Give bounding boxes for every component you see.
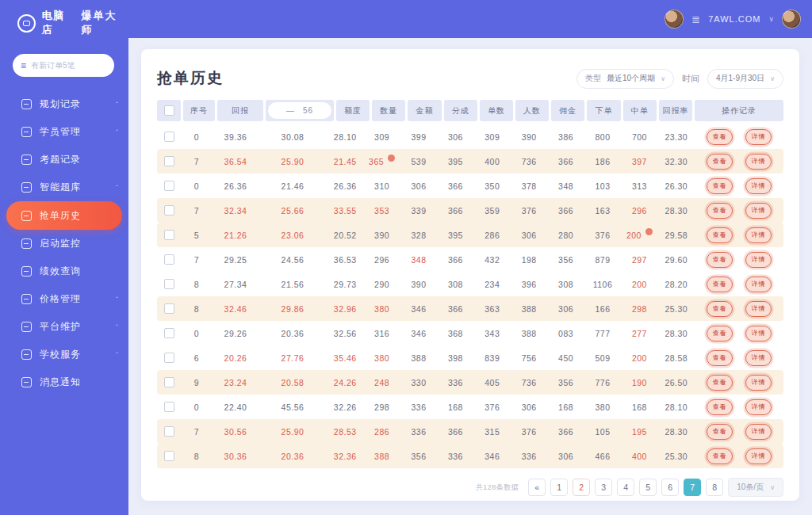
view-badge-button[interactable]: 查看 xyxy=(707,154,733,170)
view-badge-button[interactable]: 查看 xyxy=(707,301,733,317)
date-filter-label: 时间 xyxy=(682,73,699,85)
detail-badge-button[interactable]: 详情 xyxy=(745,277,772,292)
checkbox-cell xyxy=(157,426,181,437)
row-checkbox[interactable] xyxy=(164,377,174,387)
cell: 313 xyxy=(621,181,657,191)
view-badge-button[interactable]: 查看 xyxy=(707,375,733,391)
column-header: 单数 xyxy=(480,100,513,121)
app-logo-icon xyxy=(17,14,36,32)
column-header: 佣金 xyxy=(551,100,584,121)
sidebar-item-学校服务[interactable]: 学校服务ˇ xyxy=(0,341,128,368)
detail-badge-button[interactable]: 详情 xyxy=(745,326,772,341)
sidebar-item-绩效查询[interactable]: 绩效查询 xyxy=(0,258,128,285)
page-button-4[interactable]: 4 xyxy=(617,479,634,496)
view-badge-button[interactable]: 查看 xyxy=(707,350,733,366)
cell: 8 xyxy=(181,304,213,314)
detail-badge-button[interactable]: 详情 xyxy=(745,350,772,366)
detail-badge-button[interactable]: 详情 xyxy=(745,399,772,415)
select-all-checkbox[interactable] xyxy=(164,105,174,116)
row-checkbox[interactable] xyxy=(164,181,174,191)
cell: 0 xyxy=(181,132,213,142)
detail-badge-button[interactable]: 详情 xyxy=(745,252,772,268)
date-filter-dropdown[interactable]: 4月1-9月30日 ∨ xyxy=(707,69,783,89)
prev-page-button[interactable]: « xyxy=(528,479,546,496)
view-badge-button[interactable]: 查看 xyxy=(707,399,733,415)
column-header: 序号 xyxy=(183,100,215,121)
avatar[interactable] xyxy=(782,10,801,29)
row-checkbox[interactable] xyxy=(164,132,174,142)
detail-badge-button[interactable]: 详情 xyxy=(745,154,772,170)
cart-icon xyxy=(21,211,32,221)
sidebar-item-label: 学员管理 xyxy=(40,125,81,139)
cell: 083 xyxy=(547,329,584,338)
range-filter-input[interactable]: —56 xyxy=(268,102,331,119)
row-checkbox[interactable] xyxy=(164,402,174,412)
page-button-5[interactable]: 5 xyxy=(639,479,657,496)
chevron-down-icon[interactable]: ∨ xyxy=(768,15,774,23)
row-checkbox[interactable] xyxy=(164,279,174,289)
sidebar-item-智能题库[interactable]: 智能题库ˇ xyxy=(0,174,128,201)
detail-badge-button[interactable]: 详情 xyxy=(745,424,772,440)
sidebar-item-规划记录[interactable]: 规划记录ˇ xyxy=(0,90,128,118)
detail-badge-button[interactable]: 详情 xyxy=(745,301,772,317)
view-badge-button[interactable]: 查看 xyxy=(707,448,733,464)
row-checkbox[interactable] xyxy=(164,451,174,461)
view-badge-button[interactable]: 查看 xyxy=(707,227,733,243)
view-badge-button[interactable]: 查看 xyxy=(707,424,733,440)
row-checkbox[interactable] xyxy=(164,426,174,437)
checkbox-cell xyxy=(157,132,181,142)
school-icon xyxy=(21,349,32,360)
username[interactable]: 7AWL.COM xyxy=(708,14,760,24)
row-checkbox[interactable] xyxy=(164,353,174,363)
sidebar-item-考题记录[interactable]: 考题记录 xyxy=(0,146,128,174)
row-checkbox[interactable] xyxy=(164,303,174,314)
cell: 6 xyxy=(181,353,213,363)
sidebar-search[interactable]: ≡ xyxy=(13,54,114,77)
cell: 306 xyxy=(437,132,473,142)
row-checkbox[interactable] xyxy=(164,230,174,240)
page-button-1[interactable]: 1 xyxy=(550,479,568,496)
cell: 839 xyxy=(474,353,511,363)
sidebar-item-消息通知[interactable]: 消息通知 xyxy=(0,368,128,396)
monitor-icon xyxy=(21,238,32,249)
period-filter-dropdown[interactable]: 类型 最近10个周期 ∨ xyxy=(576,69,674,89)
row-checkbox[interactable] xyxy=(164,328,174,338)
cell: 330 xyxy=(400,378,437,387)
view-badge-button[interactable]: 查看 xyxy=(707,129,733,145)
cell: 380 xyxy=(363,304,400,314)
view-badge-button[interactable]: 查看 xyxy=(707,203,733,219)
row-checkbox[interactable] xyxy=(164,156,174,166)
view-badge-button[interactable]: 查看 xyxy=(707,252,733,268)
page-button-7[interactable]: 7 xyxy=(684,479,701,496)
page-button-8[interactable]: 8 xyxy=(706,479,723,496)
row-checkbox[interactable] xyxy=(164,205,174,216)
cell: 103 xyxy=(584,181,621,191)
avatar[interactable] xyxy=(665,10,684,29)
sidebar-item-启动监控[interactable]: 启动监控 xyxy=(0,230,128,258)
detail-badge-button[interactable]: 详情 xyxy=(745,203,772,219)
sidebar-item-学员管理[interactable]: 学员管理ˇ xyxy=(0,118,128,146)
cell: 28.20 xyxy=(658,280,695,289)
detail-badge-button[interactable]: 详情 xyxy=(745,178,772,194)
sidebar-item-抢单历史[interactable]: 抢单历史 xyxy=(6,201,122,230)
page-button-6[interactable]: 6 xyxy=(661,479,679,496)
column-header: 人数 xyxy=(515,100,549,121)
cell: 366 xyxy=(437,255,473,265)
detail-badge-button[interactable]: 详情 xyxy=(745,227,772,243)
sidebar-item-价格管理[interactable]: 价格管理ˇ xyxy=(0,285,128,313)
view-badge-button[interactable]: 查看 xyxy=(707,277,733,292)
row-checkbox[interactable] xyxy=(164,254,174,265)
sidebar-item-平台维护[interactable]: 平台维护ˇ xyxy=(0,313,128,341)
detail-badge-button[interactable]: 详情 xyxy=(745,448,772,464)
detail-badge-button[interactable]: 详情 xyxy=(745,375,772,391)
cell: 39.36 xyxy=(213,132,259,142)
detail-badge-button[interactable]: 详情 xyxy=(745,129,772,145)
search-input[interactable] xyxy=(31,61,99,70)
checkbox-cell xyxy=(157,451,181,461)
view-badge-button[interactable]: 查看 xyxy=(707,178,733,194)
page-button-3[interactable]: 3 xyxy=(595,479,612,496)
view-badge-button[interactable]: 查看 xyxy=(707,326,733,341)
page-button-2[interactable]: 2 xyxy=(573,479,590,496)
chevron-down-icon: ∨ xyxy=(770,75,775,82)
page-size-dropdown[interactable]: 10条/页 ∨ xyxy=(728,478,783,497)
